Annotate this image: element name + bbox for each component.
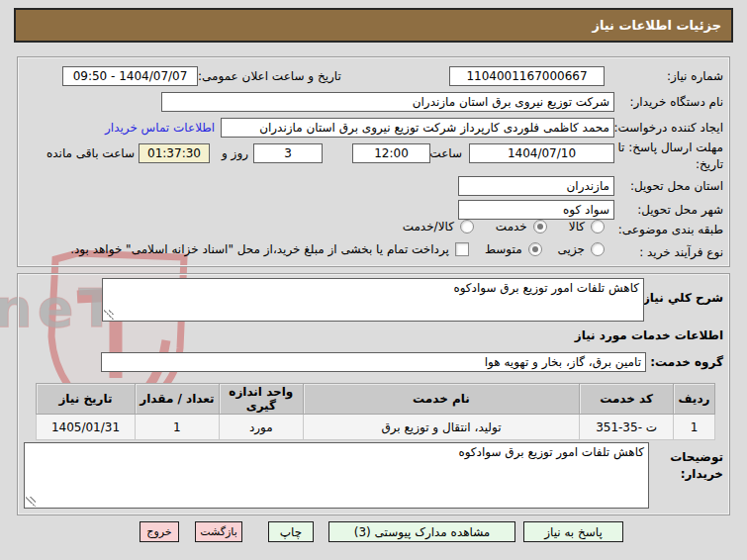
col-qty: تعداد / مقدار — [136, 384, 220, 415]
treasury-payment-option[interactable]: پرداخت تمام یا بخشی از مبلغ خرید،از محل … — [70, 242, 469, 256]
radio-option-medium[interactable]: متوسط — [485, 242, 542, 256]
page-title-text: جزئیات اطلاعات نیاز — [592, 18, 721, 33]
cell-need-date: 1405/01/31 — [37, 415, 136, 440]
col-service-code: کد خدمت — [580, 384, 674, 415]
radio-option-goods-service[interactable]: کالا/خدمت — [403, 220, 474, 233]
deadline-time-value: 12:00 — [352, 143, 430, 163]
radio-option-goods[interactable]: کالا — [569, 220, 605, 233]
deadline-hour-label: ساعت — [429, 146, 462, 160]
announce-label: تاریخ و ساعت اعلان عمومی: — [198, 69, 341, 83]
cell-row-no: 1 — [674, 415, 715, 440]
view-attached-docs-button[interactable]: مشاهده مدارک پیوستی (3) — [328, 521, 515, 542]
col-unit: واحد اندازه گیری — [219, 384, 303, 415]
classification-options: کالا خدمت کالا/خدمت — [403, 220, 605, 233]
checkbox-icon[interactable] — [455, 242, 469, 256]
process-type-label: نوع فرآیند خرید : — [639, 245, 723, 259]
radio-label: متوسط — [485, 242, 522, 256]
back-button[interactable]: بازگشت — [195, 521, 242, 542]
province-value: مازندران — [458, 176, 614, 196]
buyer-notes-label-line1: توضیحات — [670, 450, 723, 464]
creator-value: محمد کاظمی فلوردی کارپرداز شرکت توزیع نی… — [221, 118, 614, 138]
need-number-label: شماره نیاز: — [667, 69, 723, 83]
radio-icon[interactable] — [460, 220, 474, 233]
radio-option-service[interactable]: خدمت — [496, 220, 547, 233]
city-label: شهر محل تحویل: — [637, 203, 723, 217]
services-groupbox: شرح کلي نیاز: کاهش تلفات امور توزیع برق … — [17, 273, 730, 515]
buyer-contact-link[interactable]: اطلاعات تماس خریدار — [105, 121, 215, 135]
radio-label: کالا — [569, 220, 585, 233]
radio-label: جزیی — [558, 242, 585, 256]
description-label: شرح کلي نیاز: — [638, 291, 723, 305]
cell-qty: 1 — [136, 415, 220, 440]
col-need-date: تاریخ نیاز — [37, 384, 136, 415]
process-type-options: جزیی متوسط پرداخت تمام یا بخشی از مبلغ خ… — [70, 242, 605, 256]
buyer-name-label: نام دستگاه خریدار: — [630, 95, 724, 109]
checkbox-label: پرداخت تمام یا بخشی از مبلغ خرید،از محل … — [70, 242, 449, 256]
deadline-label-line1: مهلت ارسال پاسخ: تا — [617, 140, 723, 154]
announce-value: 1404/07/07 - 09:50 — [62, 66, 198, 86]
radio-icon[interactable] — [533, 220, 547, 233]
radio-label: خدمت — [496, 220, 527, 233]
deadline-countdown: 01:37:30 — [139, 143, 210, 163]
services-table: ردیف کد خدمت نام خدمت واحد اندازه گیری ت… — [36, 383, 715, 440]
print-button[interactable]: چاپ — [268, 521, 314, 542]
province-label: استان محل تحویل: — [630, 179, 723, 193]
radio-label: کالا/خدمت — [403, 220, 454, 233]
col-row-no: ردیف — [674, 384, 715, 415]
table-row[interactable]: 1 351-35- ت تولید، انتقال و توزیع برق مو… — [37, 415, 715, 440]
resize-grip-icon[interactable] — [26, 497, 36, 507]
resize-grip-icon[interactable] — [104, 310, 114, 320]
cell-service-code: 351-35- ت — [580, 415, 674, 440]
deadline-days-value: 3 — [253, 143, 323, 163]
deadline-label-line2: تاریخ: — [696, 157, 723, 171]
cell-unit: مورد — [219, 415, 303, 440]
description-textarea[interactable]: کاهش تلفات امور توزیع برق سوادکوه — [102, 278, 644, 322]
cell-service-name: تولید، انتقال و توزیع برق — [303, 415, 579, 440]
need-number-value: 1104001167000667 — [449, 66, 605, 86]
buyer-notes-textarea[interactable]: کاهش تلفات امور توزیع برق سوادکوه — [24, 442, 649, 509]
services-section-title: اطلاعات خدمات مورد نیاز — [575, 328, 723, 342]
radio-icon[interactable] — [591, 220, 605, 233]
buyer-notes-label-line2: خریدار: — [681, 467, 723, 481]
radio-option-minor[interactable]: جزیی — [558, 242, 605, 256]
service-group-value: تامین برق، گاز، بخار و تهویه هوا — [101, 352, 646, 372]
buyer-notes-text: کاهش تلفات امور توزیع برق سوادکوه — [458, 445, 644, 459]
radio-icon[interactable] — [591, 242, 605, 256]
buyer-name-value: شرکت توزیع نیروی برق استان مازندران — [161, 92, 614, 112]
exit-button[interactable]: خروج — [140, 521, 179, 542]
deadline-days-label: روز و — [222, 146, 248, 160]
deadline-date-value: 1404/07/10 — [469, 143, 614, 163]
radio-icon[interactable] — [528, 242, 542, 256]
page-title: جزئیات اطلاعات نیاز — [14, 8, 733, 43]
city-value: سواد کوه — [458, 200, 614, 220]
classification-label: طبقه بندی موضوعی: — [618, 223, 723, 236]
col-service-name: نام خدمت — [303, 384, 579, 415]
table-header-row: ردیف کد خدمت نام خدمت واحد اندازه گیری ت… — [37, 384, 715, 415]
description-text: کاهش تلفات امور توزیع برق سوادکوه — [453, 281, 639, 295]
creator-label: ایجاد کننده درخواست: — [613, 121, 723, 135]
deadline-remaining-label: ساعت باقی مانده — [47, 146, 135, 160]
respond-to-need-button[interactable]: پاسخ به نیاز — [523, 521, 623, 542]
service-group-label: گروه خدمت: — [650, 355, 723, 369]
need-info-groupbox: شماره نیاز: 1104001167000667 تاریخ و ساع… — [17, 56, 730, 267]
